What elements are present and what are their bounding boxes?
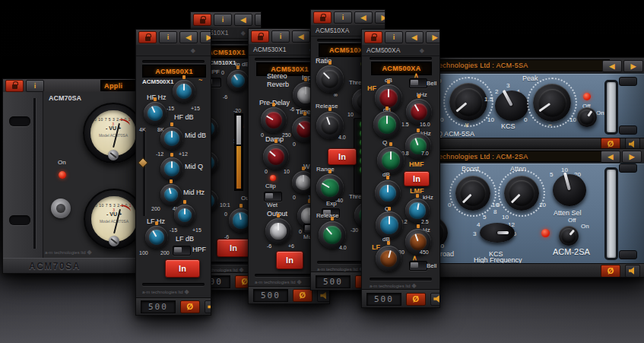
knob-marker — [277, 214, 280, 218]
mid-q-knob[interactable] — [160, 157, 183, 180]
prev-button[interactable]: ◀ — [179, 31, 198, 43]
lock-button[interactable] — [5, 80, 24, 92]
lock-button[interactable] — [313, 11, 332, 24]
in-button[interactable]: In — [276, 251, 303, 269]
atten-sel-selector[interactable] — [553, 174, 586, 206]
hpf-toggle[interactable] — [173, 246, 191, 256]
hf-bell-toggle[interactable] — [409, 78, 427, 88]
power-toggle[interactable] — [51, 198, 71, 218]
power-knob[interactable] — [577, 107, 597, 127]
next-button[interactable]: ▶ — [426, 31, 440, 43]
next-button[interactable]: ▶ — [200, 31, 211, 43]
power-led — [541, 229, 550, 237]
output-knob[interactable] — [265, 218, 291, 244]
info-button[interactable]: i — [271, 30, 290, 43]
next-button[interactable]: ▶ — [622, 151, 642, 163]
prev-button[interactable]: ◀ — [354, 11, 373, 24]
mid-q-label: Mid Q — [185, 163, 203, 170]
arrow-right-icon: ▶ — [382, 14, 385, 21]
mute-button[interactable] — [317, 289, 330, 302]
hmf-db-knob[interactable] — [373, 111, 401, 138]
format-badge: 500 — [141, 300, 176, 313]
plugin-window-acm2sa: a-m technologies Ltd : ACM-2SA ◀ ▶ Boost… — [413, 148, 644, 278]
wet-toggle[interactable] — [264, 192, 282, 202]
info-button[interactable]: i — [26, 80, 44, 92]
hmf-band-label: HMF — [409, 160, 424, 168]
mute-button[interactable] — [430, 293, 440, 306]
next-button[interactable]: ▶ — [623, 60, 643, 72]
mute-button[interactable] — [625, 265, 640, 278]
lf-bell-toggle[interactable] — [409, 261, 427, 271]
preset-display: ACM500XA — [371, 62, 432, 75]
lock-button[interactable] — [138, 31, 157, 43]
top-groove — [142, 60, 205, 63]
next-button[interactable]: ▶ — [255, 14, 262, 26]
mid-hz-knob[interactable] — [160, 184, 182, 205]
damp-min: 0 — [265, 169, 268, 174]
atten-knob[interactable] — [504, 176, 539, 211]
dip-knob[interactable] — [449, 83, 487, 121]
side-fader-handle[interactable] — [138, 157, 148, 168]
lf-shelf-icon: ~ — [198, 188, 202, 195]
lock-button[interactable] — [364, 31, 382, 43]
side-fader-track[interactable] — [143, 131, 145, 216]
prev-button[interactable]: ◀ — [601, 151, 620, 163]
window-titlebar: a-m technologies Ltd : ACM-2SA ◀ ▶ — [414, 149, 644, 164]
lock-button[interactable] — [193, 14, 211, 26]
power-knob[interactable] — [559, 226, 579, 246]
knob-marker — [417, 94, 420, 98]
hf-khz-knob[interactable] — [406, 99, 432, 125]
hf-khz-min: 1.5 — [401, 122, 409, 127]
brand-text: a-m technologies ltd ◆ — [255, 278, 302, 285]
bypass-button[interactable]: Ø — [293, 289, 312, 302]
lf-db-knob[interactable] — [376, 246, 401, 272]
hmf-khz-max: 7.0 — [421, 151, 429, 156]
ratio-knob[interactable] — [316, 65, 344, 93]
prev-button[interactable]: ◀ — [292, 30, 310, 43]
unit-label: ACM70SA — [49, 94, 81, 102]
in-db-knob[interactable] — [227, 70, 249, 91]
prev-button[interactable]: ◀ — [602, 60, 622, 72]
kcs-hf-selector[interactable] — [480, 223, 515, 243]
vu-face: 20 10 7 5 3 2 1 0 1 2 3 - VU + Model ACM… — [90, 110, 135, 155]
lmf-q-knob[interactable] — [376, 211, 403, 239]
info-button[interactable]: i — [159, 31, 177, 43]
prev-button[interactable]: ◀ — [234, 14, 252, 26]
lf-hz-knob[interactable] — [145, 226, 168, 249]
lock-icon — [258, 36, 263, 40]
lock-button[interactable] — [251, 30, 269, 43]
mid-db-knob[interactable] — [160, 127, 183, 150]
brand-text: a-m technologies ltd ◆ — [370, 282, 417, 289]
info-button[interactable]: i — [385, 31, 403, 43]
atten-max: 10 — [539, 202, 546, 208]
prev-button[interactable]: ◀ — [405, 31, 424, 43]
boost-knob[interactable] — [455, 176, 490, 211]
info-button[interactable]: i — [334, 11, 352, 24]
rack-screw-slot — [9, 215, 30, 225]
in-button[interactable]: In — [328, 148, 357, 165]
info-button[interactable]: i — [214, 14, 232, 26]
lf-db-knob[interactable] — [174, 205, 195, 226]
damp-knob[interactable] — [263, 144, 289, 170]
lmf-db-knob[interactable] — [375, 180, 401, 206]
bypass-button[interactable]: Ø — [406, 293, 426, 306]
window-bottombar: 500Ø — [136, 297, 211, 316]
in-db-tick: 0 — [221, 70, 224, 75]
in-button[interactable]: In — [217, 239, 250, 257]
predelay-knob[interactable] — [261, 107, 287, 133]
desktop-background: iAppli ACM70SA 20 10 7 5 3 2 1 0 1 2 3 -… — [0, 0, 644, 343]
hf-hz-knob[interactable] — [144, 102, 167, 125]
hmf-q-knob[interactable] — [377, 147, 404, 174]
peak-knob[interactable] — [533, 84, 571, 122]
format-badge: 500 — [316, 275, 351, 288]
bypass-button[interactable]: Ø — [180, 300, 200, 313]
hf-db-knob[interactable] — [173, 80, 195, 103]
in-button[interactable]: In — [165, 259, 200, 278]
atten-min: 0 — [496, 202, 500, 208]
bypass-button[interactable]: Ø — [601, 265, 620, 278]
next-button[interactable]: ▶ — [375, 11, 385, 24]
peak-curve-icon: ~ — [548, 122, 552, 129]
mute-button[interactable] — [205, 300, 211, 313]
knob-marker — [154, 97, 157, 101]
in-button[interactable]: In — [404, 171, 430, 186]
